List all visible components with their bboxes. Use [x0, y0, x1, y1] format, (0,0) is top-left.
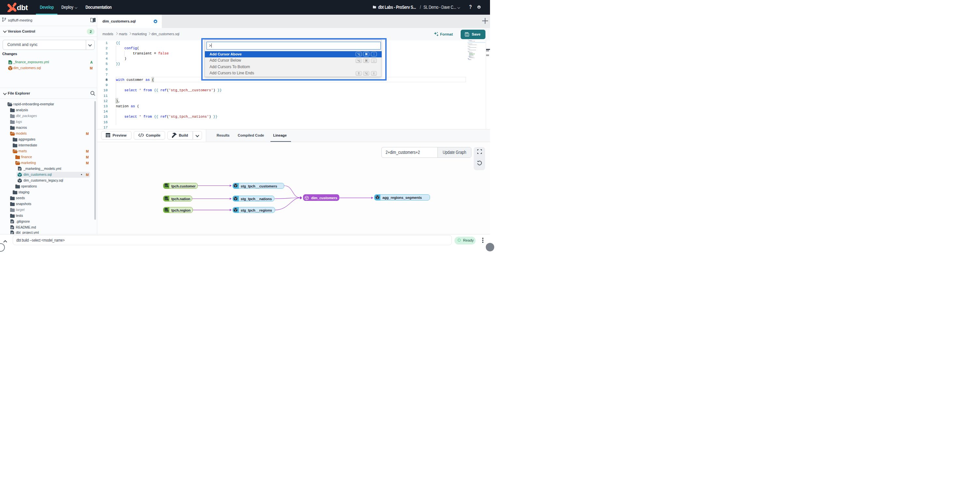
- svg-text:dbt: dbt: [17, 3, 28, 12]
